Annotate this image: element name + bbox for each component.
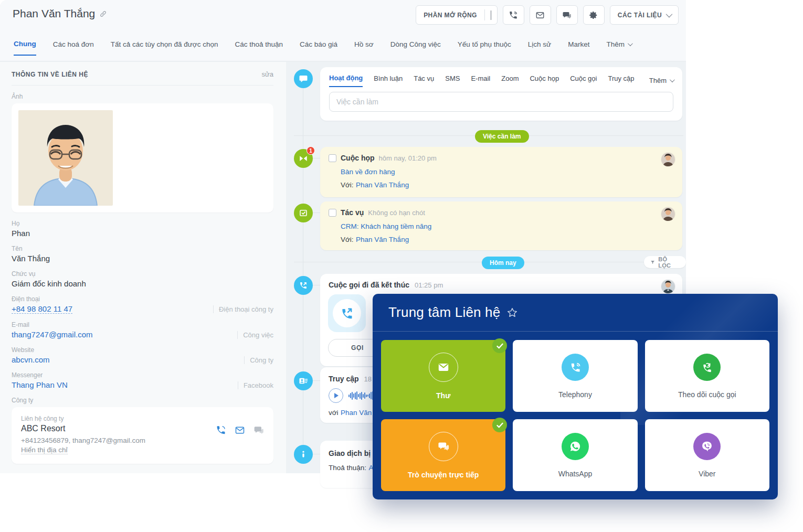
favorite-star-icon[interactable] [506, 307, 518, 318]
timeline-connector [313, 158, 320, 158]
edit-link[interactable]: sửa [262, 70, 273, 78]
activity-tab-email[interactable]: E-mail [471, 75, 490, 87]
contact-center-modal: Trung tâm Liên hệ Thư Telephony Theo dõi… [373, 294, 778, 499]
tab-bao-gia[interactable]: Các báo giá [300, 40, 337, 55]
show-address-link[interactable]: Hiển thị địa chỉ [21, 446, 68, 454]
activity-tab-binh-luan[interactable]: Bình luận [374, 75, 403, 87]
modal-header: Trung tâm Liên hệ [373, 294, 778, 332]
tab-yeu-to-phu-thuoc[interactable]: Yếu tố phụ thuộc [458, 40, 511, 55]
complete-checkbox[interactable] [329, 154, 336, 162]
task-subject-link[interactable]: CRM: Khách hàng tiềm năng [341, 222, 431, 230]
activity-tab-tac-vu[interactable]: Tác vụ [414, 75, 434, 87]
channel-tile-viber[interactable]: Viber [645, 419, 769, 491]
activity-tab-them-label: Thêm [649, 77, 667, 84]
envelope-icon[interactable] [235, 425, 245, 435]
documents-button[interactable]: CÁC TÀI LIỆU [610, 5, 679, 25]
channel-tile-live-chat[interactable]: Trò chuyện trực tiếp [381, 419, 505, 491]
outgoing-call-icon [299, 281, 308, 290]
tab-dong-cong-viec[interactable]: Dòng Công việc [390, 40, 441, 55]
chat-bubbles-icon [437, 440, 450, 453]
contact-link[interactable]: Phan Văn Thắng [356, 181, 409, 189]
activity-tab-bar: Hoạt động Bình luận Tác vụ SMS E-mail Zo… [329, 74, 673, 87]
check-icon [496, 343, 503, 349]
field-label: Tên [12, 245, 273, 252]
website-link[interactable]: abcvn.com [12, 355, 50, 364]
avatar [661, 280, 675, 293]
call-button[interactable] [503, 5, 524, 25]
phone-link[interactable]: +84 98 802 11 47 [12, 304, 72, 314]
activity-tab-cuoc-goi[interactable]: Cuộc gọi [570, 75, 597, 87]
contact-link[interactable]: Phan Văn Thắng [356, 236, 409, 243]
activity-tab-them[interactable]: Thêm [649, 77, 673, 84]
envelope-icon [437, 360, 450, 374]
tab-thoa-thuan[interactable]: Các thoả thuận [235, 40, 283, 55]
chat-bubble-icon [299, 74, 308, 83]
chat-button[interactable] [556, 5, 578, 25]
messenger-link[interactable]: Thang Phan VN [12, 380, 68, 389]
channel-label: Theo dõi cuộc gọi [678, 390, 736, 399]
filter-button[interactable]: BỘ LỌC [644, 256, 686, 268]
field-label: Website [12, 346, 273, 354]
call-time: 01:25 pm [415, 281, 443, 289]
tab-lich-su[interactable]: Lịch sử [528, 40, 551, 55]
channel-tile-call-tracking[interactable]: Theo dõi cuộc gọi [645, 340, 769, 412]
chat-bubbles-icon [562, 10, 572, 20]
phone-icon[interactable] [216, 425, 226, 435]
filter-button-label: BỘ LỌC [658, 256, 680, 269]
channel-tile-whatsapp[interactable]: WhatsApp [513, 419, 637, 491]
tab-chung[interactable]: Chung [14, 40, 36, 56]
with-label: Với: [341, 181, 354, 189]
gear-icon [589, 10, 598, 20]
avatar [661, 153, 675, 166]
activity-tab-hoat-dong[interactable]: Hoạt động [329, 74, 363, 87]
deal-label: Thoả thuận: [329, 464, 366, 472]
activity-tab-cuoc-hop[interactable]: Cuộc họp [530, 75, 559, 87]
todo-composer-input[interactable] [329, 92, 673, 112]
settings-button[interactable] [583, 5, 605, 25]
tab-market[interactable]: Market [568, 40, 589, 55]
activity-tab-sms[interactable]: SMS [445, 75, 460, 87]
timeline-connector [313, 285, 320, 285]
timeline-connector [313, 454, 320, 454]
meeting-subject-link[interactable]: Bàn về đơn hàng [341, 168, 395, 176]
extension-button[interactable]: PHẦN MỞ RỘNG [416, 5, 498, 25]
with-label: Với: [341, 236, 354, 243]
tab-cac-hoa-don[interactable]: Các hoá đơn [53, 40, 94, 55]
channel-label: Viber [699, 470, 715, 478]
contact-card-icon [299, 376, 308, 386]
email-link[interactable]: thang7247@gmail.com [12, 330, 92, 339]
call-record-tile [328, 294, 366, 332]
phone-icon [509, 10, 518, 20]
field-value-chuc-vu: Giám đốc kinh doanh [12, 279, 86, 288]
tab-tuy-chon[interactable]: Tất cả các tùy chọn đã được chọn [111, 40, 218, 55]
main-tab-bar: Chung Các hoá đơn Tất cả các tùy chọn đã… [14, 40, 631, 56]
contact-photo [18, 110, 113, 206]
play-icon [334, 393, 339, 398]
meeting-card[interactable]: Cuộc họp hôm nay, 01:20 pm Bàn về đơn hà… [320, 147, 682, 197]
selected-check-badge [492, 338, 507, 353]
complete-checkbox[interactable] [329, 209, 336, 217]
company-card[interactable]: Liên hệ công ty ABC Resort +84123456879,… [12, 407, 273, 464]
visit-title: Truy cập [329, 375, 359, 383]
copy-link-icon[interactable] [99, 10, 107, 18]
activity-tab-zoom[interactable]: Zoom [501, 75, 519, 87]
task-deadline: Không có hạn chót [368, 209, 425, 217]
task-card[interactable]: Tác vụ Không có hạn chót CRM: Khách hàng… [320, 201, 682, 250]
chevron-down-icon [670, 77, 675, 82]
extension-caret[interactable] [485, 10, 497, 20]
field-label: Điện thoại [12, 295, 273, 303]
chat-bubbles-icon[interactable] [253, 425, 264, 435]
field-value-ten: Văn Thắng [12, 254, 50, 263]
avatar [661, 207, 675, 221]
tab-ho-so[interactable]: Hồ sơ [354, 40, 374, 55]
channel-tile-telephony[interactable]: Telephony [513, 340, 637, 412]
activity-tab-truy-cap[interactable]: Truy cập [608, 75, 634, 87]
chevron-down-icon [491, 10, 491, 20]
tab-them[interactable]: Thêm [606, 40, 631, 55]
email-button[interactable] [530, 5, 551, 25]
tab-them-label: Thêm [606, 40, 625, 48]
channel-tile-mail[interactable]: Thư [381, 340, 505, 412]
field-label: Chức vụ [12, 270, 273, 278]
play-button[interactable] [329, 388, 343, 403]
whatsapp-icon-circle [562, 433, 589, 460]
